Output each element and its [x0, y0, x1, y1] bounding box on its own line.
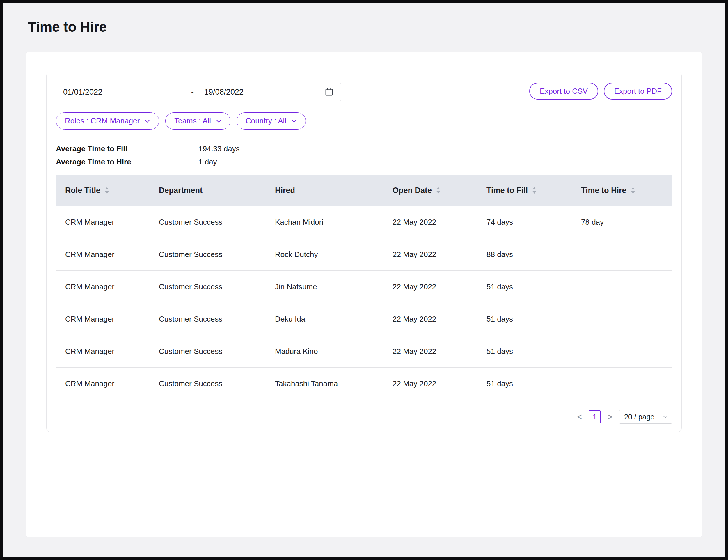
table-row: CRM ManagerCustomer SuccessKachan Midori… [56, 206, 672, 238]
table-cell: 22 May 2022 [383, 206, 477, 238]
report-panel: 01/01/2022 - 19/08/2022 Export to CSV [46, 72, 682, 432]
time-to-hire-page: Time to Hire 01/01/2022 - 19/08/2022 [3, 19, 725, 537]
page-size-value: 20 / page [624, 413, 654, 421]
stat-row-time-to-fill: Average Time to Fill 194.33 days [56, 142, 672, 155]
table-cell: CRM Manager [56, 303, 150, 335]
column-header-open-date[interactable]: Open Date [383, 175, 477, 206]
stat-label: Average Time to Fill [56, 144, 199, 153]
pagination: < 1 > 20 / page [56, 410, 672, 424]
content-card: 01/01/2022 - 19/08/2022 Export to CSV [26, 52, 702, 537]
table-cell: Deku Ida [266, 303, 383, 335]
table-header-row: Role TitleDepartmentHiredOpen DateTime t… [56, 175, 672, 206]
table-cell: CRM Manager [56, 271, 150, 303]
table-cell: 88 days [477, 238, 572, 270]
table-cell: 51 days [477, 271, 572, 303]
sort-icon [105, 187, 109, 194]
table-cell: Customer Success [150, 271, 266, 303]
table-cell: 22 May 2022 [383, 335, 477, 367]
table-cell: 22 May 2022 [383, 368, 477, 400]
table-cell [572, 303, 672, 335]
chevron-down-icon [663, 415, 668, 419]
table-cell: 51 days [477, 368, 572, 400]
table-cell: Kachan Midori [266, 206, 383, 238]
export-buttons: Export to CSV Export to PDF [529, 83, 672, 100]
column-label: Time to Hire [581, 186, 626, 195]
table-row: CRM ManagerCustomer SuccessJin Natsume22… [56, 271, 672, 303]
stat-value: 1 day [199, 157, 217, 166]
table-cell: 74 days [477, 206, 572, 238]
date-to-value[interactable]: 19/08/2022 [204, 88, 244, 97]
next-page-button[interactable]: > [606, 412, 614, 422]
stat-label: Average Time to Hire [56, 157, 199, 166]
table-cell: Rock Dutchy [266, 238, 383, 270]
table-cell: CRM Manager [56, 238, 150, 270]
chevron-down-icon [291, 119, 297, 123]
column-label: Open Date [392, 186, 432, 195]
table-cell [572, 271, 672, 303]
table-row: CRM ManagerCustomer SuccessMadura Kino22… [56, 335, 672, 368]
table-cell: Customer Success [150, 303, 266, 335]
chevron-down-icon [216, 119, 222, 123]
table-cell: Jin Natsume [266, 271, 383, 303]
column-label: Time to Fill [486, 186, 528, 195]
time-to-hire-table: Role TitleDepartmentHiredOpen DateTime t… [56, 175, 672, 400]
date-from-value[interactable]: 01/01/2022 [63, 88, 191, 97]
table-row: CRM ManagerCustomer SuccessTakahashi Tan… [56, 368, 672, 400]
table-cell [572, 335, 672, 367]
column-header-time-to-fill[interactable]: Time to Fill [477, 175, 572, 206]
chevron-down-icon [145, 119, 150, 123]
table-cell: Customer Success [150, 238, 266, 270]
table-cell: Customer Success [150, 335, 266, 367]
stat-value: 194.33 days [199, 144, 240, 153]
teams-filter-pill[interactable]: Teams : All [165, 112, 231, 130]
table-cell: Customer Success [150, 206, 266, 238]
pill-label: Teams : All [174, 116, 211, 125]
column-label: Department [159, 186, 203, 195]
table-cell: 22 May 2022 [383, 238, 477, 270]
column-header-department: Department [150, 175, 266, 206]
export-csv-button[interactable]: Export to CSV [529, 83, 598, 100]
table-cell: 78 day [572, 206, 672, 238]
pill-label: Roles : CRM Manager [65, 116, 140, 125]
table-cell: CRM Manager [56, 206, 150, 238]
country-filter-pill[interactable]: Country : All [237, 112, 306, 130]
table-body: CRM ManagerCustomer SuccessKachan Midori… [56, 206, 672, 400]
table-cell: CRM Manager [56, 335, 150, 367]
column-label: Hired [275, 186, 295, 195]
table-row: CRM ManagerCustomer SuccessDeku Ida22 Ma… [56, 303, 672, 335]
stat-row-time-to-hire: Average Time to Hire 1 day [56, 155, 672, 169]
toolbar: 01/01/2022 - 19/08/2022 Export to CSV [56, 83, 672, 101]
page-title: Time to Hire [28, 19, 725, 35]
date-range-input[interactable]: 01/01/2022 - 19/08/2022 [56, 83, 341, 101]
table-cell: 51 days [477, 335, 572, 367]
prev-page-button[interactable]: < [576, 412, 583, 422]
table-row: CRM ManagerCustomer SuccessRock Dutchy22… [56, 238, 672, 271]
table-cell: 22 May 2022 [383, 303, 477, 335]
export-pdf-button[interactable]: Export to PDF [604, 83, 672, 100]
date-range-separator: - [191, 88, 194, 97]
table-cell: Takahashi Tanama [266, 368, 383, 400]
page-size-select[interactable]: 20 / page [619, 410, 672, 424]
sort-icon [436, 187, 440, 194]
table-cell [572, 368, 672, 400]
table-cell: Madura Kino [266, 335, 383, 367]
summary-stats: Average Time to Fill 194.33 days Average… [56, 142, 672, 169]
column-label: Role Title [65, 186, 100, 195]
filter-pills: Roles : CRM ManagerTeams : AllCountry : … [56, 112, 672, 130]
sort-icon [631, 187, 635, 194]
table-cell: 22 May 2022 [383, 271, 477, 303]
calendar-icon[interactable] [325, 87, 334, 97]
column-header-hired: Hired [266, 175, 383, 206]
table-cell: Customer Success [150, 368, 266, 400]
current-page-button[interactable]: 1 [589, 410, 601, 423]
roles-filter-pill[interactable]: Roles : CRM Manager [56, 112, 159, 130]
table-cell: CRM Manager [56, 368, 150, 400]
sort-icon [532, 187, 536, 194]
pill-label: Country : All [246, 116, 286, 125]
table-cell: 51 days [477, 303, 572, 335]
column-header-role-title[interactable]: Role Title [56, 175, 150, 206]
column-header-time-to-hire[interactable]: Time to Hire [572, 175, 672, 206]
table-cell [572, 238, 672, 270]
